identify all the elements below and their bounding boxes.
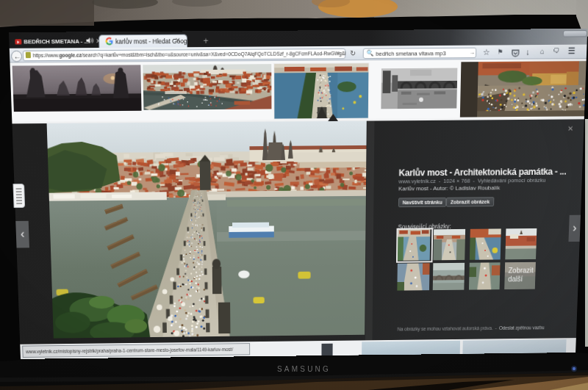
svg-text:Zobrazit: Zobrazit: [508, 267, 534, 275]
svg-text:SAMSUNG: SAMSUNG: [277, 365, 331, 373]
svg-text:další: další: [508, 275, 523, 284]
